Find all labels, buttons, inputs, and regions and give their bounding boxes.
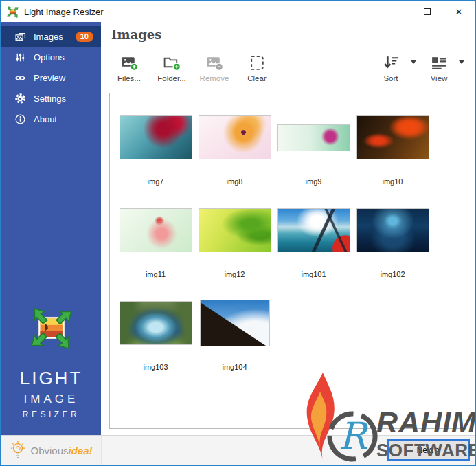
close-button[interactable]: ✕ [443, 1, 475, 22]
thumb-area [116, 106, 195, 169]
thumbnail-item-img102[interactable]: img102 [353, 199, 432, 291]
bottom-bar: Obviousidea! Next > [1, 435, 475, 465]
thumbnail-item-img7[interactable]: img7 [116, 106, 195, 199]
thumbnail-label: img11 [146, 270, 166, 278]
dropdown-caret-icon[interactable] [459, 60, 464, 64]
app-window: Light Image Resizer ✕ Images 10 [0, 0, 476, 466]
thumb-area [195, 291, 274, 355]
images-count-badge: 10 [76, 32, 93, 42]
thumbnail-label: img101 [301, 270, 326, 278]
preview-icon [14, 72, 26, 84]
add-files-button[interactable]: Files... [111, 52, 148, 84]
thumbnail-image-img103[interactable] [120, 302, 192, 344]
thumbnail-image-img9[interactable] [278, 125, 350, 151]
sidebar-item-images[interactable]: Images 10 [1, 26, 101, 47]
thumbnail-item-img8[interactable]: img8 [195, 106, 274, 199]
partner-name: Obviousidea! [30, 445, 92, 456]
add-folder-label: Folder... [157, 74, 186, 82]
thumbnail-image-img10[interactable] [357, 116, 429, 159]
sidebar-brand: LIGHT IMAGE RESIZER [1, 307, 101, 419]
thumbnail-item-img12[interactable]: img12 [195, 199, 274, 291]
thumbnail-label: img9 [306, 177, 322, 186]
thumbnail-item-img11[interactable]: img11 [116, 199, 195, 291]
thumbnail-item-img104[interactable]: img104 [195, 291, 274, 384]
add-files-label: Files... [117, 74, 141, 82]
add-files-icon [120, 54, 139, 72]
clear-icon [248, 54, 267, 72]
partner-logo: Obviousidea! [1, 436, 102, 465]
thumbnail-item-img10[interactable]: img10 [353, 106, 432, 199]
close-icon: ✕ [455, 8, 463, 16]
thumb-area [195, 199, 274, 262]
sidebar-item-label: Images [34, 32, 63, 42]
sidebar: Images 10 Options [1, 22, 101, 435]
main-content: Images Files... [101, 22, 475, 435]
thumbnail-item-img101[interactable]: img101 [274, 199, 353, 291]
clear-label: Clear [247, 74, 266, 82]
thumb-area [353, 106, 432, 169]
brand-line-3: RESIZER [1, 410, 101, 419]
image-list-panel: img7 img8 img9 img10 img11 [109, 93, 464, 429]
sidebar-item-preview[interactable]: Preview [1, 67, 101, 88]
sidebar-item-about[interactable]: About [1, 109, 101, 129]
thumbnail-image-img8[interactable] [199, 116, 271, 159]
thumbnail-grid: img7 img8 img9 img10 img11 [116, 106, 432, 384]
thumbnail-image-img102[interactable] [357, 209, 429, 252]
sidebar-item-settings[interactable]: Settings [1, 88, 101, 109]
remove-button[interactable]: Remove [196, 52, 233, 84]
maximize-button[interactable] [411, 1, 443, 22]
minimize-button[interactable] [380, 1, 411, 22]
sidebar-item-options[interactable]: Options [1, 47, 101, 67]
settings-icon [14, 93, 26, 104]
toolbar: Files... Folder... [111, 52, 464, 91]
thumbnail-label: img103 [143, 363, 168, 371]
options-icon [14, 52, 26, 63]
remove-image-icon [205, 54, 224, 72]
thumbnail-image-img101[interactable] [278, 209, 350, 252]
thumbnail-item-img103[interactable]: img103 [116, 291, 195, 384]
thumbnail-label: img102 [380, 270, 405, 278]
thumbnail-label: img12 [225, 270, 245, 278]
title-bar: Light Image Resizer ✕ [1, 1, 475, 22]
thumbnail-label: img7 [148, 177, 164, 186]
thumbnail-image-img7[interactable] [120, 116, 192, 159]
add-folder-icon [163, 54, 181, 72]
brand-line-2: IMAGE [1, 392, 101, 406]
view-button[interactable]: View [420, 52, 457, 84]
thumb-area [353, 199, 432, 262]
view-label: View [431, 74, 448, 82]
sidebar-menu: Images 10 Options [1, 22, 101, 129]
maximize-icon [424, 8, 431, 15]
app-logo-icon [7, 6, 19, 18]
sidebar-item-label: Settings [34, 93, 66, 104]
partner-name-gray: Obvious [30, 445, 68, 456]
thumbnail-image-img104[interactable] [201, 300, 269, 346]
clear-button[interactable]: Clear [238, 52, 275, 84]
title-divider [109, 47, 463, 47]
images-icon [14, 31, 26, 43]
sort-button[interactable]: Sort [372, 52, 409, 84]
thumb-area [116, 291, 195, 355]
sidebar-item-label: About [34, 114, 57, 124]
thumb-area [195, 106, 274, 169]
dropdown-caret-icon[interactable] [411, 60, 416, 64]
thumb-area [116, 199, 195, 262]
sort-icon [382, 54, 400, 72]
view-group: View [420, 52, 464, 84]
add-folder-button[interactable]: Folder... [153, 52, 190, 84]
thumbnail-image-img11[interactable] [120, 209, 192, 252]
next-button[interactable]: Next > [387, 439, 470, 461]
brand-line-1: LIGHT [1, 368, 101, 389]
view-icon [430, 54, 449, 72]
thumbnail-image-img12[interactable] [199, 209, 271, 252]
minimize-icon [392, 12, 400, 12]
toolbar-right-group: Sort View [372, 52, 464, 84]
sort-group: Sort [372, 52, 416, 84]
thumbnail-label: img8 [227, 177, 243, 186]
sidebar-item-label: Options [34, 52, 65, 63]
lightbulb-icon [10, 441, 26, 460]
window-controls: ✕ [380, 1, 475, 22]
thumbnail-item-img9[interactable]: img9 [274, 106, 353, 199]
thumbnail-label: img104 [222, 363, 247, 371]
app-logo-icon [30, 307, 73, 350]
